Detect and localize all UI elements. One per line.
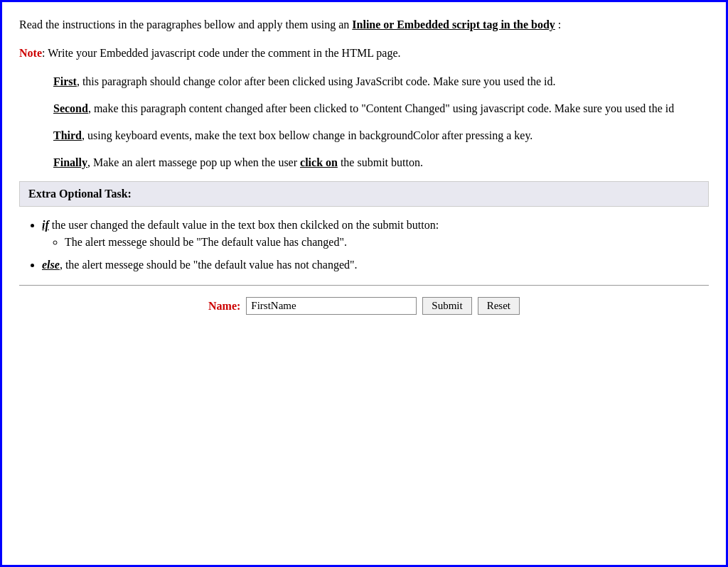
form-label: Name:: [208, 300, 240, 313]
keyword-third: Third: [53, 129, 82, 141]
intro-text-before: Read the instructions in the paragraphes…: [19, 18, 352, 31]
note-text: : Write your Embedded javascript code un…: [42, 47, 401, 59]
paragraph-third-text: , using keyboard events, make the text b…: [82, 129, 532, 141]
click-on-text: click on: [300, 156, 338, 168]
keyword-else: else: [42, 259, 60, 271]
bullet-else: else, the alert messege should be "the d…: [42, 256, 709, 274]
paragraph-second-text: , make this paragraph content changed af…: [88, 102, 674, 114]
optional-task-title: Extra Optional Task:: [28, 188, 132, 200]
intro-paragraph: Read the instructions in the paragraphes…: [19, 16, 709, 33]
paragraph-second: Second, make this paragraph content chan…: [53, 100, 709, 117]
bullet-if-text: the user changed the default value in th…: [49, 219, 439, 231]
paragraph-finally-text-before: , Make an alert massege pop up when the …: [87, 156, 300, 168]
keyword-if: if: [42, 219, 49, 231]
paragraph-first: First, this paragraph should change colo…: [53, 73, 709, 90]
sub-bullet-1: The alert messege should be "The default…: [65, 234, 709, 251]
keyword-second: Second: [53, 102, 88, 114]
note-label: Note: [19, 47, 42, 59]
intro-highlight: Inline or Embedded script tag in the bod…: [352, 18, 555, 31]
paragraph-finally-text-after: the submit button.: [338, 156, 423, 168]
sub-bullet-list: The alert messege should be "The default…: [65, 234, 709, 251]
keyword-first: First: [53, 75, 77, 87]
optional-task-box: Extra Optional Task:: [19, 181, 709, 207]
reset-button[interactable]: Reset: [478, 297, 520, 315]
divider: [19, 285, 709, 286]
paragraph-third: Third, using keyboard events, make the t…: [53, 127, 709, 144]
note-line: Note: Write your Embedded javascript cod…: [19, 45, 709, 62]
keyword-finally: Finally: [53, 156, 87, 168]
bullet-else-text: , the alert messege should be "the defau…: [60, 259, 358, 271]
form-row: Name: Submit Reset: [19, 297, 709, 315]
optional-task-list: if the user changed the default value in…: [42, 217, 709, 274]
bullet-if: if the user changed the default value in…: [42, 217, 709, 251]
paragraph-first-text: , this paragraph should change color aft…: [77, 75, 556, 87]
name-input[interactable]: [246, 297, 417, 315]
paragraphs-section: First, this paragraph should change colo…: [53, 73, 709, 171]
paragraph-finally: Finally, Make an alert massege pop up wh…: [53, 154, 709, 171]
submit-button[interactable]: Submit: [422, 297, 471, 315]
intro-text-after: :: [555, 18, 561, 31]
